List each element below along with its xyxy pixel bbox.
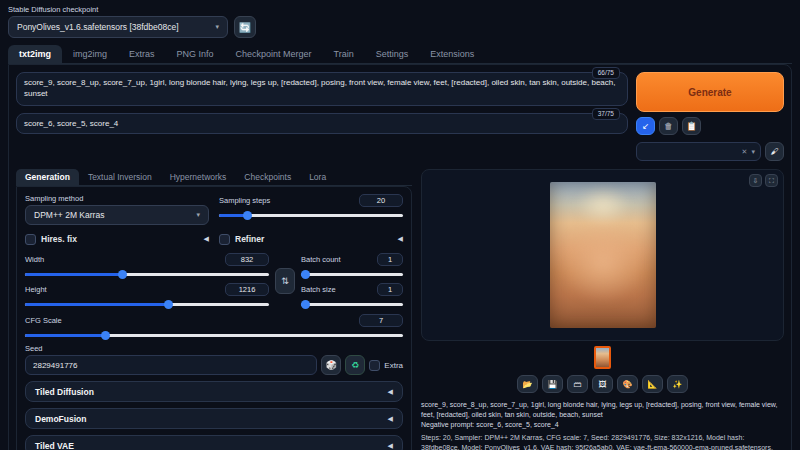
collapse-icon: ◀ (388, 442, 393, 450)
hires-fix-checkbox[interactable] (25, 234, 36, 245)
tab-checkpoint-merger[interactable]: Checkpoint Merger (225, 45, 323, 63)
width-slider[interactable] (25, 269, 269, 279)
trash-icon: 🗑 (664, 121, 673, 131)
open-folder-button[interactable]: 📂 (517, 375, 538, 393)
send-to-img2img-button[interactable]: 🖼 (592, 375, 613, 393)
styles-caret-icon: ▾ (751, 148, 755, 156)
refresh-icon: 🔄 (239, 22, 251, 33)
image-icon: 🖼 (599, 380, 607, 389)
height-slider[interactable] (25, 299, 269, 309)
clear-prompt-button[interactable]: 🗑 (659, 117, 678, 135)
sampling-steps-slider[interactable] (219, 210, 403, 220)
fullscreen-image-button[interactable]: ⛶ (765, 174, 778, 187)
expand-icon: ⛶ (769, 177, 774, 185)
apply-styles-button[interactable]: 📋 (682, 117, 701, 135)
tab-checkpoints[interactable]: Checkpoints (235, 169, 300, 185)
send-to-inpaint-button[interactable]: 🎨 (617, 375, 638, 393)
refiner-collapse-icon[interactable]: ◀ (398, 235, 403, 243)
reuse-seed-button[interactable]: ♻ (345, 355, 365, 375)
generation-settings-panel: Sampling method DPM++ 2M Karras ▾ Sampli… (16, 186, 412, 450)
batch-count-value[interactable]: 1 (377, 253, 403, 266)
refresh-checkpoints-button[interactable]: 🔄 (234, 16, 256, 38)
negative-token-counter: 37/75 (592, 108, 620, 120)
checkpoint-label: Stable Diffusion checkpoint (8, 5, 792, 14)
download-icon: ⇩ (753, 177, 759, 185)
cfg-scale-slider[interactable] (25, 330, 403, 340)
chevron-down-icon: ▾ (215, 23, 219, 31)
extra-seed-checkbox[interactable] (369, 360, 380, 371)
generated-image-placeholder[interactable] (550, 182, 656, 328)
batch-size-slider[interactable] (301, 299, 403, 309)
clipboard-icon: 📋 (686, 121, 697, 131)
swap-icon: ⇅ (281, 276, 289, 286)
accordion-tiled-vae[interactable]: Tiled VAE ◀ (25, 435, 403, 450)
hires-fix-label: Hires. fix (41, 234, 77, 244)
save-zip-button[interactable]: 🗃 (567, 375, 588, 393)
tab-train[interactable]: Train (323, 45, 365, 63)
prompt-input[interactable]: score_9, score_8_up, score_7_up, 1girl, … (16, 72, 628, 106)
batch-count-slider[interactable] (301, 269, 403, 279)
dice-icon: 🎲 (326, 360, 337, 370)
checkpoint-dropdown[interactable]: PonyOlives_v1.6.safetensors [38fdbe08ce]… (8, 16, 228, 38)
hires-fix-collapse-icon[interactable]: ◀ (204, 235, 209, 243)
tab-settings[interactable]: Settings (365, 45, 420, 63)
accordion-demofusion[interactable]: DemoFusion ◀ (25, 408, 403, 429)
tab-textual-inversion[interactable]: Textual Inversion (79, 169, 161, 185)
sampling-method-value: DPM++ 2M Karras (34, 210, 104, 220)
save-image-button[interactable]: 💾 (542, 375, 563, 393)
collapse-icon: ◀ (388, 388, 393, 396)
checkpoint-section: Stable Diffusion checkpoint PonyOlives_v… (8, 5, 792, 38)
tab-img2img[interactable]: img2img (62, 45, 118, 63)
chevron-down-icon: ▾ (196, 211, 200, 219)
tab-png-info[interactable]: PNG Info (166, 45, 225, 63)
tab-extras[interactable]: Extras (118, 45, 166, 63)
height-value[interactable]: 1216 (225, 283, 269, 296)
txt2img-panel: score_9, score_8_up, score_7_up, 1girl, … (8, 64, 792, 450)
tab-lora[interactable]: Lora (300, 169, 335, 185)
paste-arrow-icon: ↙ (642, 121, 649, 131)
sampling-steps-value[interactable]: 20 (359, 194, 403, 207)
seed-input[interactable] (25, 355, 317, 375)
batch-size-value[interactable]: 1 (377, 283, 403, 296)
generation-tab-bar: Generation Textual Inversion Hypernetwor… (16, 169, 412, 186)
swap-dimensions-button[interactable]: ⇅ (275, 268, 295, 294)
height-label: Height (25, 285, 47, 294)
collapse-icon: ◀ (388, 415, 393, 423)
styles-clear-icon[interactable]: ✕ (742, 148, 748, 156)
generation-info: score_9, score_8_up, score_7_up, 1girl, … (421, 400, 784, 450)
download-image-button[interactable]: ⇩ (749, 174, 762, 187)
output-actions: 📂 💾 🗃 🖼 🎨 📐 ✨ (421, 375, 784, 393)
generate-button[interactable]: Generate (636, 72, 784, 112)
extra-seed-label: Extra (384, 361, 403, 370)
styles-dropdown[interactable]: ✕ ▾ (636, 142, 761, 161)
tab-hypernetworks[interactable]: Hypernetworks (161, 169, 236, 185)
tab-generation[interactable]: Generation (16, 169, 79, 185)
cfg-scale-value[interactable]: 7 (359, 314, 403, 327)
negative-prompt-input[interactable]: score_6, score_5, score_4 (16, 113, 628, 134)
gallery-thumbnail-selected[interactable] (594, 346, 611, 369)
seed-label: Seed (25, 344, 403, 353)
paste-params-button[interactable]: ↙ (636, 117, 655, 135)
width-value[interactable]: 832 (225, 253, 269, 266)
info-negative-prompt-text: Negative prompt: score_6, score_5, score… (421, 420, 784, 430)
tab-txt2img[interactable]: txt2img (8, 45, 62, 63)
main-tab-bar: txt2img img2img Extras PNG Info Checkpoi… (8, 45, 792, 64)
zip-icon: 🗃 (574, 380, 582, 389)
accordion-tiled-diffusion[interactable]: Tiled Diffusion ◀ (25, 381, 403, 402)
refiner-checkbox[interactable] (219, 234, 230, 245)
folder-icon: 📂 (523, 380, 533, 389)
prompt-token-counter: 66/75 (592, 67, 620, 79)
tab-extensions[interactable]: Extensions (419, 45, 485, 63)
refiner-label: Refiner (235, 234, 264, 244)
batch-count-label: Batch count (301, 255, 341, 264)
send-to-extras-button[interactable]: 📐 (642, 375, 663, 393)
cfg-scale-label: CFG Scale (25, 316, 62, 325)
random-seed-button[interactable]: 🎲 (321, 355, 341, 375)
palette-icon: 🎨 (623, 380, 633, 389)
batch-size-label: Batch size (301, 285, 336, 294)
sampling-method-dropdown[interactable]: DPM++ 2M Karras ▾ (25, 205, 209, 225)
brush-icon: 🖌 (771, 147, 779, 156)
upscale-button[interactable]: ✨ (667, 375, 688, 393)
edit-styles-button[interactable]: 🖌 (765, 142, 784, 161)
sparkles-icon: ✨ (673, 380, 683, 389)
